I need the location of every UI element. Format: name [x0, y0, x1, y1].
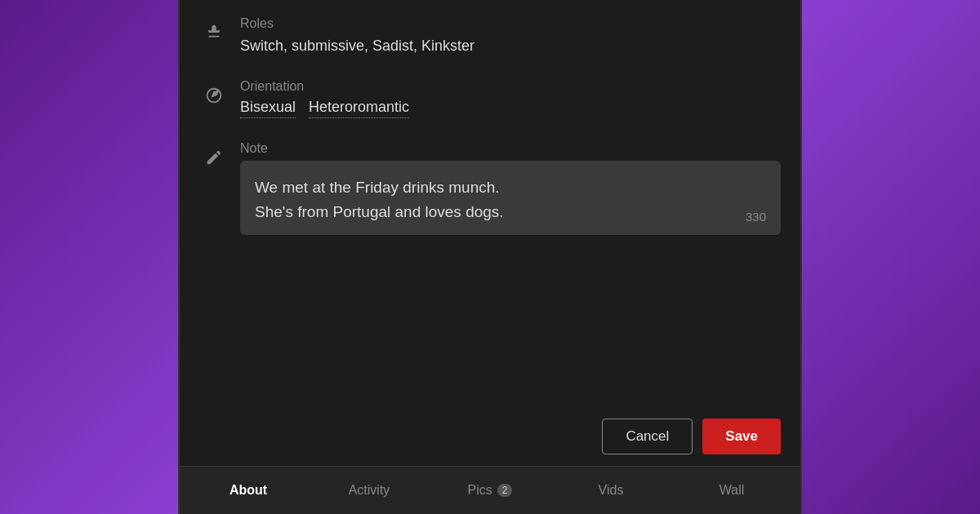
orientation-tag-heteroromantic: Heteroromantic	[309, 99, 409, 118]
bottom-nav: About Activity Pics 2 Vids Wall	[180, 466, 800, 514]
note-textarea[interactable]: We met at the Friday drinks munch. She's…	[240, 161, 781, 235]
nav-pics[interactable]: Pics 2	[430, 480, 550, 501]
note-icon	[199, 143, 229, 172]
roles-value: Switch, submissive, Sadist, Kinkster	[240, 36, 781, 56]
roles-label: Roles	[240, 16, 781, 31]
orientation-label: Orientation	[240, 79, 781, 94]
main-content: Roles Switch, submissive, Sadist, Kinkst…	[180, 0, 800, 514]
cancel-button[interactable]: Cancel	[602, 419, 693, 454]
roles-icon	[199, 18, 229, 47]
nav-activity[interactable]: Activity	[309, 480, 430, 501]
note-section: Note We met at the Friday drinks munch. …	[199, 141, 781, 235]
note-body: Note We met at the Friday drinks munch. …	[240, 141, 781, 235]
roles-section: Roles Switch, submissive, Sadist, Kinkst…	[199, 16, 781, 56]
action-row: Cancel Save	[180, 409, 800, 466]
orientation-icon	[199, 81, 229, 110]
pics-badge: 2	[497, 484, 513, 497]
char-count: 330	[746, 210, 766, 224]
nav-about[interactable]: About	[188, 480, 309, 501]
orientation-body: Orientation Bisexual Heteroromantic	[240, 79, 781, 118]
left-panel	[0, 0, 180, 514]
right-panel	[800, 0, 980, 514]
roles-body: Roles Switch, submissive, Sadist, Kinkst…	[240, 16, 781, 56]
scroll-area: Roles Switch, submissive, Sadist, Kinkst…	[180, 0, 800, 409]
save-button[interactable]: Save	[702, 419, 781, 454]
orientation-section: Orientation Bisexual Heteroromantic	[199, 79, 781, 118]
nav-wall[interactable]: Wall	[671, 480, 792, 501]
orientation-tag-bisexual: Bisexual	[240, 99, 296, 118]
note-label: Note	[240, 141, 781, 156]
nav-vids[interactable]: Vids	[550, 480, 671, 501]
note-text: We met at the Friday drinks munch. She's…	[255, 175, 766, 224]
orientation-values: Bisexual Heteroromantic	[240, 99, 781, 118]
